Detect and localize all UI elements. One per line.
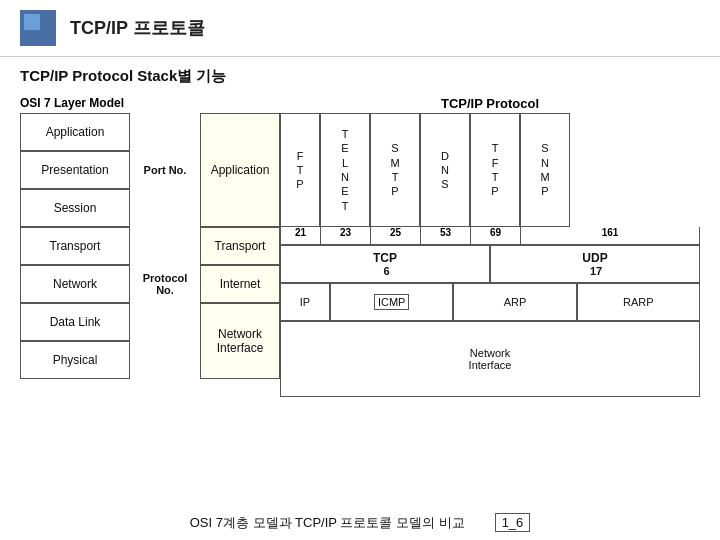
network-row: IP ICMP ARP RARP (280, 283, 700, 321)
osi-physical: Physical (20, 341, 130, 379)
page-title: TCP/IP 프로토콜 (70, 16, 205, 40)
proto-transport-label: Transport (200, 227, 280, 265)
proto-netif-label: Network Interface (200, 303, 280, 379)
portno-column: Port No. Protocol No. (130, 113, 200, 397)
footer-text: OSI 7계층 모델과 TCP/IP 프로토콜 모델의 비교 (190, 514, 465, 532)
port-53: 53 (421, 227, 471, 244)
port-161: 161 (521, 227, 699, 244)
arp-cell: ARP (453, 283, 576, 321)
netif-row: Network Interface (280, 321, 700, 397)
port-no-transport (130, 227, 200, 265)
port-23: 23 (321, 227, 371, 244)
osi-datalink: Data Link (20, 303, 130, 341)
icmp-cell: ICMP (330, 283, 453, 321)
smtp-label: SMTP (390, 141, 399, 198)
rarp-cell: RARP (577, 283, 700, 321)
proto-column: Application Transport Internet Network I… (200, 113, 280, 397)
snmp-label: SNMP (540, 141, 549, 198)
icmp-label: ICMP (374, 294, 410, 310)
table-area: Application Presentation Session Transpo… (20, 113, 700, 397)
udp-cell: UDP 17 (490, 245, 700, 283)
osi-model-label: OSI 7 Layer Model (20, 96, 130, 111)
udp-port: 17 (590, 265, 602, 277)
dns-label: DNS (441, 149, 449, 192)
main-content: TCP/IP Protocol Stack별 기능 OSI 7 Layer Mo… (0, 67, 720, 397)
smtp-cell: SMTP (370, 113, 420, 227)
tcp-protocol-label: TCP/IP Protocol (280, 96, 700, 111)
osi-transport: Transport (20, 227, 130, 265)
snmp-cell: SNMP (520, 113, 570, 227)
tcp-cell: TCP 6 (280, 245, 490, 283)
osi-presentation: Presentation (20, 151, 130, 189)
portno-netif (130, 303, 200, 379)
port-numbers-row: 21 23 25 53 69 161 (280, 227, 700, 245)
netif-label2: Network Interface (469, 347, 512, 371)
osi-application: Application (20, 113, 130, 151)
osi-session: Session (20, 189, 130, 227)
footer: OSI 7계층 모델과 TCP/IP 프로토콜 모델의 비교 1_6 (0, 513, 720, 532)
proto-grid: FTP TELNET SMTP (280, 113, 700, 397)
telnet-cell: TELNET (320, 113, 370, 227)
port-no-label: Port No. (130, 113, 200, 227)
proto-internet-label: Internet (200, 265, 280, 303)
tcp-label: TCP (373, 251, 397, 265)
udp-label: UDP (582, 251, 607, 265)
osi-network: Network (20, 265, 130, 303)
tftp-cell: TFTP (470, 113, 520, 227)
dns-cell: DNS (420, 113, 470, 227)
diagram: OSI 7 Layer Model TCP/IP Protocol Applic… (20, 96, 700, 397)
header-icon (20, 10, 56, 46)
telnet-label: TELNET (341, 127, 349, 213)
ftp-label: FTP (296, 149, 303, 192)
tftp-label: TFTP (491, 141, 498, 198)
header: TCP/IP 프로토콜 (0, 0, 720, 57)
ftp-cell: FTP (280, 113, 320, 227)
osi-column: Application Presentation Session Transpo… (20, 113, 130, 397)
netif-cell: Network Interface (280, 321, 700, 397)
port-21: 21 (281, 227, 321, 244)
tcp-port: 6 (383, 265, 389, 277)
port-69: 69 (471, 227, 521, 244)
proto-app-label: Application (200, 113, 280, 227)
ip-cell: IP (280, 283, 330, 321)
port-25: 25 (371, 227, 421, 244)
footer-num: 1_6 (495, 513, 531, 532)
app-row: FTP TELNET SMTP (280, 113, 700, 227)
protocol-no-label: Protocol No. (130, 265, 200, 303)
subtitle: TCP/IP Protocol Stack별 기능 (20, 67, 700, 86)
transport-row: TCP 6 UDP 17 (280, 245, 700, 283)
